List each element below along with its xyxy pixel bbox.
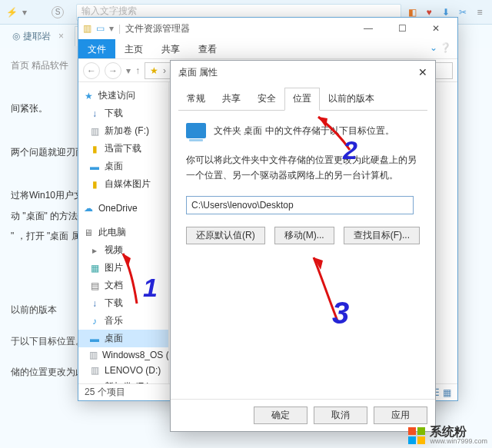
sidebar-label: 视频	[105, 244, 123, 257]
microsoft-logo-icon	[408, 427, 425, 444]
tab-label: 捷耶岩	[23, 30, 51, 43]
sidebar-label: 新加卷 (E:)	[105, 380, 150, 383]
sidebar-label: 下载	[105, 107, 123, 120]
apply-button[interactable]: 应用	[374, 407, 427, 424]
sidebar-onedrive[interactable]: ☁OneDrive	[78, 201, 168, 216]
minimize-button[interactable]: ―	[351, 18, 385, 39]
sidebar-label: LENOVO (D:)	[105, 365, 161, 376]
sidebar-item-downloads[interactable]: ↓下载	[78, 105, 168, 122]
cloud-icon: ☁	[83, 203, 94, 214]
sidebar-item-music[interactable]: ♪音乐	[78, 312, 168, 330]
sidebar-item-documents[interactable]: ▤文档	[78, 277, 168, 294]
sidebar-item-new-e[interactable]: ▥新加卷 (E:)	[78, 378, 168, 383]
sidebar-item-desktop2[interactable]: ▬桌面	[78, 330, 168, 347]
sidebar-item-lenovo-d[interactable]: ▥LENOVO (D:)	[78, 363, 168, 378]
sidebar-label: Windows8_OS (C	[102, 350, 169, 360]
browser-tab-left[interactable]: ◎捷耶岩×	[5, 26, 71, 46]
sidebar-label: 下载	[105, 297, 123, 310]
location-path-input[interactable]: C:\Users\lenovo\Desktop	[186, 196, 414, 214]
close-button[interactable]: ✕	[418, 66, 427, 78]
tab-share[interactable]: 共享	[214, 88, 249, 111]
sidebar-item-win8os[interactable]: ▥Windows8_OS (C	[78, 347, 168, 363]
sidebar-label: 迅雷下载	[105, 142, 141, 155]
nav-recent-icon[interactable]: ▾	[126, 65, 131, 76]
sidebar-quick-access[interactable]: ★快速访问	[78, 87, 168, 105]
disk-icon: ▥	[89, 350, 98, 360]
sidebar-label: 文档	[105, 279, 123, 292]
nav-back-button[interactable]: ←	[83, 62, 100, 79]
chevron-down-icon[interactable]: ▾	[22, 7, 27, 18]
star-icon: ★	[150, 65, 158, 76]
restore-default-button[interactable]: 还原默认值(R)	[186, 227, 265, 244]
watermark-name: 系统粉	[430, 426, 467, 438]
watermark-url: www.win7999.com	[430, 438, 487, 445]
ribbon-tab-share[interactable]: 共享	[152, 39, 189, 58]
download-icon: ↓	[89, 298, 100, 309]
maximize-button[interactable]: ☐	[385, 18, 419, 39]
view-large-icon[interactable]: ▦	[443, 387, 451, 398]
star-icon: ★	[83, 91, 94, 101]
screenshot-icon[interactable]: ✂	[457, 6, 469, 18]
ribbon-tab-home[interactable]: 主页	[115, 39, 152, 58]
dialog-footer: 确定 取消 应用	[171, 399, 435, 431]
ribbon-help-icon[interactable]: ⌄ ❔	[424, 39, 457, 58]
window-title: 文件资源管理器	[125, 22, 190, 35]
close-button[interactable]: ✕	[419, 18, 453, 39]
tab-location[interactable]: 位置	[284, 88, 320, 111]
ribbon-tab-file[interactable]: 文件	[78, 39, 115, 58]
properties-tabs: 常规 共享 安全 位置 以前的版本	[178, 87, 427, 111]
properties-body: 文件夹 桌面 中的文件存储于以下目标位置。 你可以将此文件夹中文件存储的位置更改…	[171, 111, 435, 257]
desktop-icon: ▬	[89, 161, 100, 172]
sidebar-item-xunlei[interactable]: ▮迅雷下载	[78, 140, 168, 158]
nav-up-button[interactable]: ↑	[135, 65, 140, 76]
location-description-text: 你可以将此文件夹中文件存储的位置更改为此硬盘上的另一个位置、另一个驱动器或网络上…	[186, 152, 420, 184]
sidebar-item-pictures[interactable]: ▦图片	[78, 259, 168, 277]
sidebar-item-videos[interactable]: ▸视频	[78, 241, 168, 259]
desktop-icon: ▬	[89, 334, 100, 344]
tab-icon: ◎	[12, 31, 20, 41]
explorer-sidebar: ★快速访问 ↓下载 ▥新加卷 (F:) ▮迅雷下载 ▬桌面 ▮自媒体图片 ☁On…	[78, 82, 169, 383]
dialog-title: 桌面 属性	[178, 66, 218, 79]
ribbon-tabs: 文件 主页 共享 查看 ⌄ ❔	[78, 39, 457, 59]
find-target-button[interactable]: 查找目标(F)...	[344, 227, 420, 244]
sidebar-label: 桌面	[105, 332, 123, 345]
sidebar-item-desktop[interactable]: ▬桌面	[78, 158, 168, 175]
pc-icon: 🖥	[83, 227, 94, 238]
sidebar-label: 此电脑	[98, 226, 126, 239]
qat-dropdown-icon[interactable]: ▾	[109, 23, 114, 34]
sogou-icon[interactable]: S	[52, 6, 64, 18]
ok-button[interactable]: 确定	[254, 407, 308, 424]
download-icon: ↓	[89, 108, 100, 119]
sidebar-label: 桌面	[105, 160, 123, 173]
disk-icon: ▥	[89, 126, 100, 137]
tab-previous-versions[interactable]: 以前的版本	[320, 88, 383, 111]
sidebar-label: 图片	[105, 261, 123, 274]
desktop-properties-dialog: 桌面 属性 ✕ 常规 共享 安全 位置 以前的版本 文件夹 桌面 中的文件存储于…	[170, 60, 436, 432]
close-icon[interactable]: ×	[58, 31, 64, 41]
move-button[interactable]: 移动(M)...	[274, 227, 334, 244]
sidebar-label: 自媒体图片	[105, 178, 151, 191]
cancel-button[interactable]: 取消	[314, 407, 367, 424]
explorer-titlebar[interactable]: ▥ ▭ ▾ | 文件资源管理器 ― ☐ ✕	[78, 18, 457, 39]
nav-forward-button[interactable]: →	[105, 62, 121, 79]
folder-icon: ▮	[89, 179, 100, 190]
sidebar-item-media-pics[interactable]: ▮自媒体图片	[78, 175, 168, 193]
tab-general[interactable]: 常规	[178, 88, 214, 111]
document-icon: ▤	[89, 280, 100, 291]
location-heading-text: 文件夹 桌面 中的文件存储于以下目标位置。	[214, 124, 394, 138]
tab-security[interactable]: 安全	[249, 88, 284, 111]
sidebar-label: 新加卷 (F:)	[105, 124, 149, 138]
more-icon[interactable]: ≡	[474, 6, 486, 18]
disk-icon: ▥	[89, 382, 100, 384]
ribbon-tab-view[interactable]: 查看	[189, 39, 226, 58]
folder-icon: ▥	[83, 23, 91, 34]
bolt-icon: ⚡	[6, 7, 18, 18]
sidebar-this-pc[interactable]: 🖥此电脑	[78, 224, 168, 241]
sidebar-label: 音乐	[105, 314, 123, 327]
sidebar-item-downloads2[interactable]: ↓下载	[78, 294, 168, 312]
sidebar-item-new-volume-f[interactable]: ▥新加卷 (F:)	[78, 122, 168, 140]
sidebar-label: OneDrive	[98, 203, 138, 214]
qat-icon[interactable]: ▭	[96, 23, 105, 34]
dialog-titlebar[interactable]: 桌面 属性 ✕	[171, 61, 435, 84]
picture-icon: ▦	[89, 263, 100, 274]
